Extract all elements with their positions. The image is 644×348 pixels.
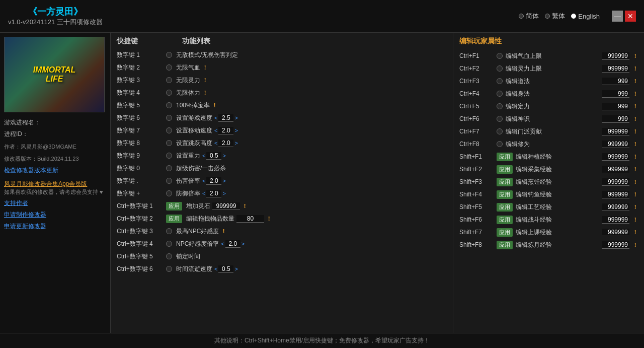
right-value-input[interactable]: 999999 <box>602 241 629 249</box>
key-label: Ctrl+数字键 6 <box>117 265 162 273</box>
window-controls: — ✕ <box>612 11 636 22</box>
right-toggle[interactable] <box>497 116 503 122</box>
toggle-circle[interactable] <box>166 102 172 108</box>
toggle-circle[interactable] <box>166 190 172 196</box>
toggle-circle[interactable] <box>166 52 172 58</box>
value-display[interactable]: 0.5 <box>218 265 233 273</box>
right-toggle[interactable] <box>497 91 503 97</box>
toggle-circle[interactable] <box>166 115 172 121</box>
right-toggle[interactable] <box>497 78 503 84</box>
right-row: Ctrl+F4编辑身法999！ <box>459 88 638 100</box>
right-feature-name: 编辑种植经验 <box>516 153 599 161</box>
right-value-input[interactable]: 999999 <box>602 229 629 236</box>
right-value-input[interactable]: 999999 <box>602 203 629 211</box>
decrease-arrow[interactable]: < <box>202 153 205 159</box>
apply-button[interactable]: 应用 <box>166 215 182 223</box>
update-mod-link[interactable]: 申请更新修改器 <box>4 222 106 231</box>
increase-arrow[interactable]: > <box>222 153 225 159</box>
close-button[interactable]: ✕ <box>625 11 636 22</box>
increase-arrow[interactable]: > <box>234 127 237 133</box>
decrease-arrow[interactable]: < <box>214 127 217 133</box>
apply-button[interactable]: 应用 <box>497 216 513 224</box>
right-value-input[interactable]: 999999 <box>602 178 629 186</box>
apply-button[interactable]: 应用 <box>166 202 182 211</box>
toggle-circle[interactable] <box>166 228 172 234</box>
request-mod-link[interactable]: 申请制作修改器 <box>4 211 106 219</box>
feature-name: NPC好感度倍率 <2.0> <box>176 240 245 248</box>
toggle-circle[interactable] <box>166 64 172 71</box>
right-value-input[interactable]: 999999 <box>602 141 629 148</box>
increase-arrow[interactable]: > <box>234 140 237 146</box>
apply-button[interactable]: 应用 <box>497 203 513 212</box>
right-toggle[interactable] <box>497 53 503 59</box>
right-value-input[interactable]: 999999 <box>602 65 629 73</box>
right-row-list: Ctrl+F1编辑气血上限999999！Ctrl+F2编辑灵力上限999999！… <box>459 50 638 251</box>
app-link[interactable]: 风灵月影修改器合集App会员版 <box>4 180 106 188</box>
value-input[interactable]: 80 <box>236 215 264 223</box>
right-row: Shift+F5应用编辑工艺经验999999！ <box>459 201 638 213</box>
right-value-input[interactable]: 999999 <box>602 52 629 60</box>
apply-button[interactable]: 应用 <box>497 153 513 161</box>
toggle-circle[interactable] <box>166 241 172 247</box>
value-display[interactable]: 2.0 <box>218 140 233 147</box>
decrease-arrow[interactable]: < <box>202 190 205 196</box>
right-toggle[interactable] <box>497 141 503 147</box>
right-toggle[interactable] <box>497 103 503 109</box>
decrease-arrow[interactable]: < <box>214 140 217 146</box>
toggle-circle[interactable] <box>166 266 172 272</box>
minimize-button[interactable]: — <box>612 11 623 22</box>
toggle-circle[interactable] <box>166 140 172 146</box>
decrease-arrow[interactable]: < <box>214 266 217 272</box>
right-toggle[interactable] <box>497 65 503 72</box>
increase-arrow[interactable]: > <box>222 178 225 184</box>
toggle-circle[interactable] <box>166 178 172 184</box>
right-value-input[interactable]: 999 <box>602 115 629 123</box>
column-headers: 快捷键 功能列表 <box>117 37 447 46</box>
support-author-link[interactable]: 支持作者 <box>4 199 106 207</box>
apply-button[interactable]: 应用 <box>497 165 513 174</box>
ctrl-label: Ctrl+F2 <box>459 65 494 72</box>
feature-row: Ctrl+数字键 2应用编辑拖拽物品数量 80！ <box>117 213 447 225</box>
lang-jian[interactable]: 简体 <box>519 12 539 21</box>
increase-arrow[interactable]: > <box>242 241 245 247</box>
right-value-input[interactable]: 999 <box>602 90 629 98</box>
decrease-arrow[interactable]: < <box>221 241 224 247</box>
right-value-input[interactable]: 999999 <box>602 153 629 161</box>
apply-button[interactable]: 应用 <box>497 190 513 199</box>
lang-fan[interactable]: 繁体 <box>545 12 565 21</box>
right-value-input[interactable]: 999 <box>602 78 629 85</box>
toggle-circle[interactable] <box>166 90 172 96</box>
apply-button[interactable]: 应用 <box>497 241 513 249</box>
increase-arrow[interactable]: > <box>234 115 237 121</box>
right-feature-name: 编辑气血上限 <box>506 52 599 60</box>
value-display[interactable]: 2.0 <box>206 177 221 185</box>
value-control: <0.5> <box>202 152 226 160</box>
exclaim-icon: ！ <box>632 178 638 186</box>
value-display[interactable]: 2.0 <box>225 240 240 248</box>
apply-button[interactable]: 应用 <box>497 178 513 186</box>
toggle-circle[interactable] <box>166 153 172 159</box>
value-display[interactable]: 2.0 <box>218 127 233 134</box>
apply-button[interactable]: 应用 <box>497 228 513 237</box>
value-display[interactable]: 2.0 <box>206 190 221 197</box>
toggle-circle[interactable] <box>166 165 172 171</box>
right-value-input[interactable]: 999999 <box>602 166 629 173</box>
decrease-arrow[interactable]: < <box>214 115 217 121</box>
toggle-circle[interactable] <box>166 77 172 83</box>
decrease-arrow[interactable]: < <box>202 178 205 184</box>
value-display[interactable]: 2.5 <box>218 114 233 122</box>
feature-row: Ctrl+数字键 1应用增加灵石 999999！ <box>117 200 447 212</box>
toggle-circle[interactable] <box>166 127 172 133</box>
value-input[interactable]: 999999 <box>212 202 240 210</box>
right-value-input[interactable]: 999999 <box>602 128 629 135</box>
right-value-input[interactable]: 999999 <box>602 216 629 224</box>
increase-arrow[interactable]: > <box>222 190 225 196</box>
right-toggle[interactable] <box>497 128 503 134</box>
toggle-circle[interactable] <box>166 253 172 259</box>
value-display[interactable]: 0.5 <box>206 152 221 160</box>
right-value-input[interactable]: 999 <box>602 103 629 110</box>
lang-english[interactable]: English <box>571 13 600 20</box>
increase-arrow[interactable]: > <box>234 266 237 272</box>
right-value-input[interactable]: 999999 <box>602 191 629 198</box>
check-update-link[interactable]: 检查修改器版本更新 <box>4 166 106 175</box>
